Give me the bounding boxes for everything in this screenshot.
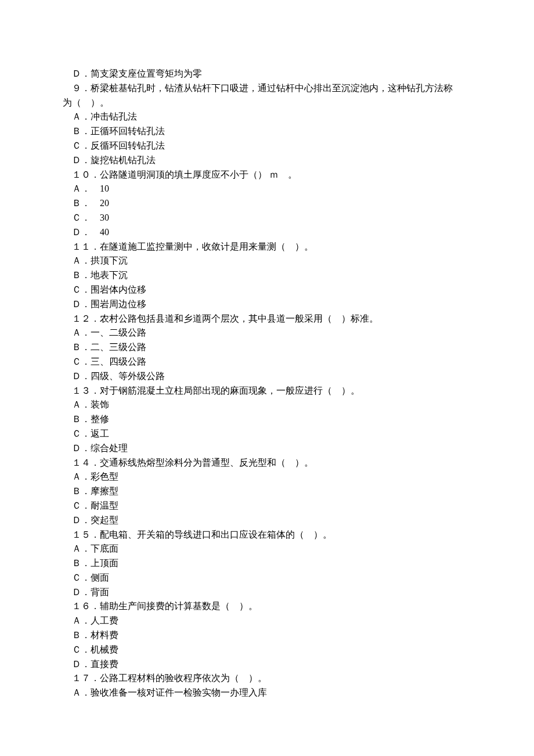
q14-b: Ｂ．摩擦型 <box>72 484 534 499</box>
q11-b: Ｂ．地表下沉 <box>72 268 534 283</box>
q12-stem: １２．农村公路包括县道和乡道两个层次，其中县道一般采用（ ）标准。 <box>72 312 534 326</box>
q11-d: Ｄ．围岩周边位移 <box>72 297 534 312</box>
q14-stem: １４．交通标线热熔型涂料分为普通型、反光型和（ ）。 <box>72 456 534 470</box>
q10-a: Ａ． 10 <box>72 182 534 196</box>
q12-d: Ｄ．四级、等外级公路 <box>72 369 534 384</box>
q9-a: Ａ．冲击钻孔法 <box>72 110 534 124</box>
q9-stem2: 为（ ）。 <box>63 96 534 110</box>
q10-b: Ｂ． 20 <box>72 196 534 211</box>
q12-b: Ｂ．二、三级公路 <box>72 340 534 355</box>
q16-b: Ｂ．材料费 <box>72 628 534 643</box>
q13-stem: １３．对于钢筋混凝土立柱局部出现的麻面现象，一般应进行（ ）。 <box>72 384 534 398</box>
q13-b: Ｂ．整修 <box>72 412 534 427</box>
q14-c: Ｃ．耐温型 <box>72 499 534 513</box>
q9-c: Ｃ．反循环回转钻孔法 <box>72 139 534 153</box>
q13-a: Ａ．装饰 <box>72 398 534 412</box>
q10-c: Ｃ． 30 <box>72 211 534 225</box>
q14-d: Ｄ．突起型 <box>72 513 534 528</box>
q10-stem: １０．公路隧道明洞顶的填土厚度应不小于（） ｍ 。 <box>72 168 534 182</box>
q11-stem: １１．在隧道施工监控量测中，收敛计是用来量测（ ）。 <box>72 240 534 254</box>
q10-d: Ｄ． 40 <box>72 225 534 240</box>
q15-b: Ｂ．上顶面 <box>72 556 534 571</box>
q15-d: Ｄ．背面 <box>72 585 534 600</box>
q15-a: Ａ．下底面 <box>72 542 534 556</box>
q14-a: Ａ．彩色型 <box>72 470 534 484</box>
q15-stem: １５．配电箱、开关箱的导线进口和出口应设在箱体的（ ）。 <box>72 528 534 542</box>
q13-c: Ｃ．返工 <box>72 427 534 441</box>
q16-c: Ｃ．机械费 <box>72 643 534 657</box>
l-d-prev: Ｄ．简支梁支座位置弯矩均为零 <box>72 67 534 81</box>
q9-b: Ｂ．正循环回转钻孔法 <box>72 124 534 139</box>
q12-a: Ａ．一、二级公路 <box>72 326 534 340</box>
q15-c: Ｃ．侧面 <box>72 571 534 585</box>
q9-stem1: ９．桥梁桩基钻孔时，钻渣从钻杆下口吸进，通过钻杆中心排出至沉淀池内，这种钻孔方法… <box>72 81 534 96</box>
q13-d: Ｄ．综合处理 <box>72 441 534 456</box>
q11-c: Ｃ．围岩体内位移 <box>72 283 534 297</box>
q16-stem: １６．辅助生产间接费的计算基数是（ ）。 <box>72 599 534 614</box>
q11-a: Ａ．拱顶下沉 <box>72 254 534 268</box>
q16-d: Ｄ．直接费 <box>72 657 534 672</box>
document-body: Ｄ．简支梁支座位置弯矩均为零９．桥梁桩基钻孔时，钻渣从钻杆下口吸进，通过钻杆中心… <box>72 67 534 700</box>
q9-d: Ｄ．旋挖钻机钻孔法 <box>72 153 534 168</box>
q12-c: Ｃ．三、四级公路 <box>72 355 534 369</box>
q17-stem: １７．公路工程材料的验收程序依次为（ ）。 <box>72 671 534 686</box>
q17-a: Ａ．验收准备一核对证件一检验实物一办理入库 <box>72 686 534 700</box>
q16-a: Ａ．人工费 <box>72 614 534 628</box>
